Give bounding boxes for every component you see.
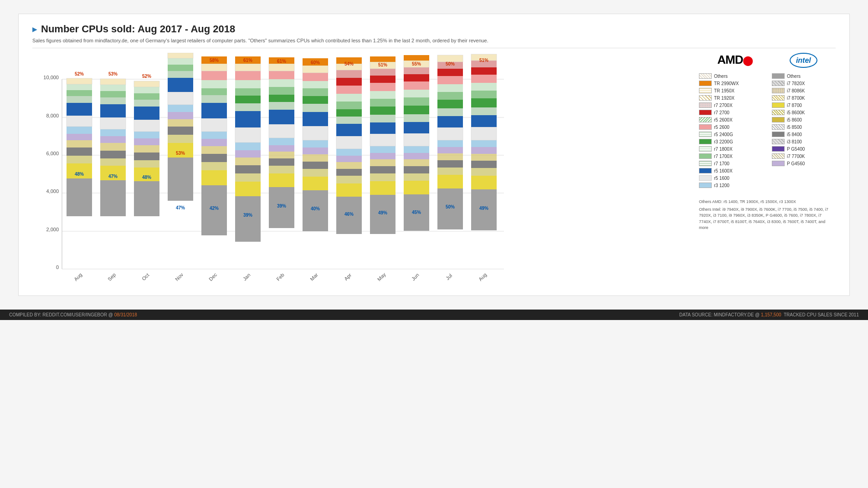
svg-rect-94 [201,80,227,88]
svg-rect-124 [269,152,294,158]
legend-tr1920x: TR 1920X [699,95,763,101]
svg-rect-203 [404,166,429,173]
svg-rect-74 [168,92,193,105]
svg-rect-92 [201,95,227,103]
svg-rect-164 [336,149,362,156]
svg-rect-160 [336,176,362,183]
brand-logos: AMD⬤ intel [699,53,836,68]
svg-rect-168 [336,109,362,117]
svg-rect-227 [437,140,463,147]
svg-rect-72 [168,112,193,119]
svg-rect-234 [437,76,463,84]
svg-rect-188 [370,115,395,122]
svg-text:48%: 48% [75,172,84,177]
svg-rect-248 [471,127,497,140]
legend-intel-others: Others [772,73,836,79]
svg-rect-140 [303,177,328,190]
svg-rect-76 [168,71,193,78]
svg-rect-111 [235,96,261,103]
svg-rect-55 [134,145,159,152]
legend-pg5400: P G5400 [772,146,836,152]
svg-rect-213 [404,81,429,90]
svg-rect-112 [235,88,261,96]
svg-rect-217 [404,55,429,61]
bar-sep: 53% 47% Sep [100,71,126,282]
svg-text:50%: 50% [446,204,455,209]
svg-rect-249 [471,115,497,127]
svg-rect-30 [67,84,92,90]
svg-rect-212 [404,90,429,97]
bar-jan: 61% 39% Jan [235,56,261,282]
svg-rect-47 [100,79,126,85]
svg-rect-211 [404,97,429,106]
svg-rect-105 [235,158,261,165]
legend-r51600x: r5 1600X [699,168,763,173]
svg-rect-108 [235,127,261,142]
amd-legend-col: Others TR 2990WX TR 1950X TR 1920X [699,73,763,190]
svg-rect-61 [134,93,159,100]
svg-text:6,000: 6,000 [46,151,59,156]
legend-i58600k: i5 8600K [772,110,836,115]
svg-rect-78 [168,58,193,65]
svg-rect-57 [134,132,159,138]
svg-text:50%: 50% [446,61,455,66]
legend-i77820x: i7 7820X [772,81,836,86]
svg-rect-244 [471,161,497,168]
svg-text:47%: 47% [108,174,118,179]
svg-rect-193 [370,76,395,83]
svg-rect-224 [437,160,463,168]
svg-rect-194 [370,69,395,76]
legend-i38100: i3 8100 [772,139,836,144]
svg-rect-90 [201,118,227,132]
svg-rect-182 [370,166,395,173]
svg-text:45%: 45% [412,210,421,215]
svg-rect-184 [370,153,395,159]
svg-text:Jan: Jan [242,272,252,282]
svg-rect-45 [100,91,126,97]
svg-rect-133 [269,71,294,79]
legend-r72700x: r7 2700X [699,102,763,108]
svg-rect-202 [404,173,429,181]
svg-text:8,000: 8,000 [46,113,59,118]
svg-rect-22 [67,147,92,156]
svg-rect-128 [269,110,294,124]
svg-text:4,000: 4,000 [46,188,59,194]
svg-rect-181 [370,173,395,181]
svg-rect-58 [134,120,159,132]
svg-rect-56 [134,138,159,145]
svg-rect-180 [370,181,395,195]
legend-i77700k: i7 7700K [772,153,836,159]
bar-aug: 52% 48% Aug [67,71,92,282]
svg-text:53%: 53% [108,71,118,76]
svg-rect-53 [134,160,159,168]
svg-text:49%: 49% [378,210,387,215]
svg-rect-101 [235,196,261,242]
svg-rect-87 [201,146,227,154]
svg-rect-225 [437,153,463,160]
svg-rect-37 [100,158,126,166]
svg-rect-21 [67,156,92,163]
svg-rect-170 [336,94,362,102]
svg-text:52%: 52% [75,71,84,76]
svg-rect-26 [67,116,92,127]
svg-text:Nov: Nov [174,272,185,282]
svg-rect-162 [336,162,362,169]
svg-rect-254 [471,75,497,83]
svg-rect-208 [404,122,429,133]
svg-rect-201 [404,181,429,194]
legend-r52600x: r5 2600X [699,117,763,122]
svg-rect-251 [471,98,497,107]
svg-rect-215 [404,67,429,74]
svg-rect-63 [134,81,159,87]
svg-rect-46 [100,85,126,91]
svg-rect-25 [67,127,92,134]
svg-rect-242 [471,176,497,189]
svg-rect-67 [168,158,193,201]
svg-rect-129 [269,102,294,110]
svg-rect-204 [404,159,429,166]
footer-compiled: COMPILED BY: REDDIT.COM/USER/INGEBOR @ 0… [9,312,137,317]
legend-amd-others: Others [699,73,763,79]
svg-text:0: 0 [56,264,59,270]
footer-datasource: DATA SOURCE: MINDFACTORY.DE @ 1,157,500 … [679,312,859,317]
svg-rect-214 [404,74,429,81]
